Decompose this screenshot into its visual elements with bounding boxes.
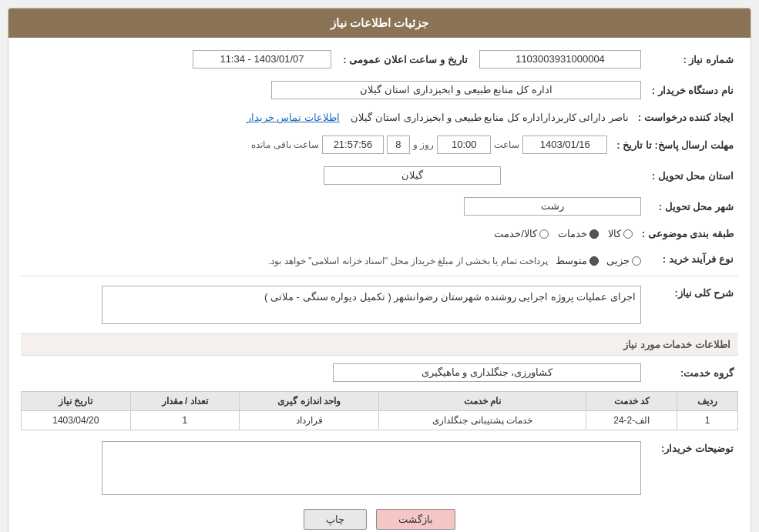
shomareNiaz-label: شماره نیاز : bbox=[646, 47, 738, 72]
radio-jozi-circle bbox=[632, 256, 641, 266]
noeFarayand-description: پرداخت تمام یا بخشی از مبلغ خریداز محل "… bbox=[268, 256, 548, 266]
radio-jozi[interactable]: جزیی bbox=[606, 255, 641, 266]
namDastgah-label: نام دستگاه خریدار : bbox=[646, 78, 738, 102]
mohlatErsal-rooz: 8 bbox=[387, 136, 410, 154]
namDastgah-value: اداره کل منابع طبیعی و ابخیزداری استان گ… bbox=[271, 81, 641, 99]
radio-kala-circle bbox=[623, 229, 633, 239]
cell-namKhadamat: خدمات پشتیبانی جنگلداری bbox=[379, 411, 586, 430]
ettelaatKhadamat-title: اطلاعات خدمات مورد نیاز bbox=[21, 333, 738, 356]
ettelaatTamas-link[interactable]: اطلاعات تماس خریدار bbox=[247, 112, 340, 123]
tosifatKharidar-label: توضیحات خریدار: bbox=[646, 438, 738, 498]
shahrTahvil-label: شهر محل تحویل : bbox=[646, 194, 738, 219]
radio-kala-label: کالا bbox=[608, 228, 621, 239]
sharhKolliNiaz-label: شرح کلی نیاز: bbox=[646, 283, 738, 327]
cell-vahed: قرارداد bbox=[239, 411, 378, 430]
ostanTahvil-value: گیلان bbox=[324, 166, 501, 185]
col-kodKhadamat: کد خدمت bbox=[586, 392, 677, 411]
sharhKolliNiaz-value: اجرای عملیات پروژه اجرایی روشنده شهرستان… bbox=[102, 286, 641, 324]
table-row: 1الف-2-24خدمات پشتیبانی جنگلداریقرارداد1… bbox=[22, 411, 738, 430]
saat-label: ساعت bbox=[494, 139, 519, 150]
radio-kala-khadamat[interactable]: کالا/خدمت bbox=[494, 228, 549, 239]
cell-radif: 1 bbox=[677, 411, 738, 430]
radio-motavaset-label: متوسط bbox=[556, 255, 587, 266]
col-radif: ردیف bbox=[677, 392, 738, 411]
mohlatErsalPasokh-label: مهلت ارسال پاسخ: تا تاریخ : bbox=[612, 132, 738, 157]
shahrTahvil-value: رشت bbox=[464, 197, 641, 216]
groupeKhadamat-label: گروه خدمت: bbox=[646, 360, 738, 385]
radio-khadamat-circle bbox=[589, 229, 599, 239]
ijadKonande-value: ناصر دارائی کاربرداراداره کل منابع طبیعی… bbox=[351, 112, 629, 123]
mohlatErsal-baghimandeh: 21:57:56 bbox=[322, 136, 384, 154]
page-header: جزئیات اطلاعات نیاز bbox=[8, 8, 751, 38]
cell-kodKhadamat: الف-2-24 bbox=[586, 411, 677, 430]
baghimandeh-label: ساعت باقی مانده bbox=[251, 139, 319, 150]
radio-motavaset-circle bbox=[589, 256, 599, 266]
col-tedad: تعداد / مقدار bbox=[130, 392, 239, 411]
ostanTahvil-label: استان محل تحویل : bbox=[505, 163, 738, 188]
radio-kala-khadamat-circle bbox=[539, 229, 549, 239]
services-table: ردیف کد خدمت نام خدمت واحد اندازه گیری ت… bbox=[21, 391, 738, 430]
tosifatKharidar-textarea[interactable] bbox=[102, 441, 641, 495]
radio-khadamat-label: خدمات bbox=[558, 228, 587, 239]
radio-motavaset[interactable]: متوسط bbox=[556, 255, 599, 266]
tabaqeBandi-label: طبقه بندی موضوعی : bbox=[637, 225, 738, 243]
col-vahed: واحد اندازه گیری bbox=[239, 392, 378, 411]
rooz-label: روز و bbox=[413, 139, 434, 150]
ijadKonande-label: ایجاد کننده درخواست : bbox=[633, 109, 738, 126]
tarikh-value: 1403/01/07 - 11:34 bbox=[193, 50, 331, 69]
button-row: بازگشت چاپ bbox=[21, 509, 738, 532]
radio-khadamat[interactable]: خدمات bbox=[558, 228, 599, 239]
radio-kala[interactable]: کالا bbox=[608, 228, 633, 239]
tarikh-label: تاریخ و ساعت اعلان عمومی : bbox=[336, 47, 475, 72]
radio-jozi-label: جزیی bbox=[606, 255, 630, 266]
back-button[interactable]: بازگشت bbox=[376, 509, 455, 530]
shomareNiaz-value: 1103003931000004 bbox=[479, 50, 641, 69]
groupeKhadamat-value: کشاورزی، جنگلداری و ماهیگیری bbox=[333, 363, 641, 382]
noeFarayand-label: نوع فرآیند خرید : bbox=[646, 249, 738, 269]
cell-tarikh: 1403/04/20 bbox=[22, 411, 131, 430]
col-namKhadamat: نام خدمت bbox=[379, 392, 586, 411]
mohlatErsal-date: 1403/01/16 bbox=[522, 136, 607, 154]
radio-kala-khadamat-label: کالا/خدمت bbox=[494, 228, 537, 239]
cell-tedad: 1 bbox=[130, 411, 239, 430]
col-tarikh: تاریخ نیاز bbox=[22, 392, 131, 411]
mohlatErsal-saat: 10:00 bbox=[437, 136, 491, 154]
print-button[interactable]: چاپ bbox=[304, 509, 367, 530]
